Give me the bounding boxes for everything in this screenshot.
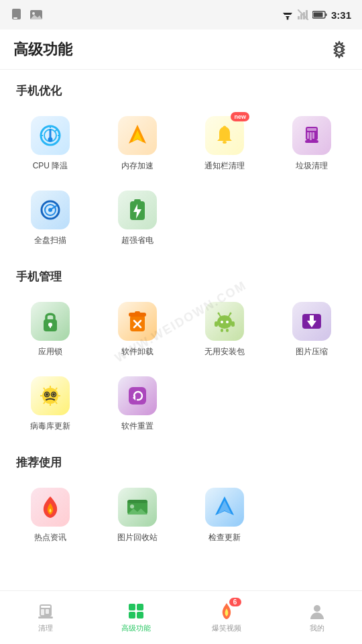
notif-clean-item[interactable]: new 通知栏清理 (181, 107, 268, 181)
nav-clean-label: 清理 (38, 623, 53, 633)
apk-clean-item[interactable]: 无用安装包 (181, 292, 268, 367)
svg-rect-92 (137, 604, 143, 610)
svg-rect-78 (129, 387, 146, 405)
cpu-cool-item[interactable]: CPU 降温 (7, 107, 94, 181)
svg-rect-32 (307, 132, 309, 139)
svg-rect-61 (221, 329, 223, 332)
svg-rect-10 (300, 14, 302, 19)
hot-news-label: 热点资讯 (34, 532, 66, 543)
app-lock-icon-wrap (31, 302, 70, 341)
svg-point-21 (48, 138, 53, 142)
nav-clean[interactable]: 清理 (0, 596, 90, 639)
svg-rect-89 (46, 609, 49, 614)
trash-clean-label: 垃圾清理 (296, 160, 328, 172)
svg-rect-35 (305, 140, 318, 143)
soft-reset-label: 软件重置 (121, 421, 154, 432)
svg-rect-33 (310, 132, 312, 140)
photo-recycle-item[interactable]: 图片回收站 (94, 478, 181, 553)
photo-recycle-icon-wrap (118, 488, 157, 527)
full-scan-icon (39, 199, 62, 221)
nav-advanced-icon (127, 602, 145, 621)
svg-rect-81 (127, 500, 147, 503)
soft-reset-icon-wrap (118, 376, 157, 415)
svg-point-54 (226, 321, 229, 323)
trash-clean-icon-wrap (292, 116, 331, 155)
status-left-icons (11, 8, 43, 21)
svg-point-95 (314, 605, 320, 612)
svg-point-3 (32, 12, 35, 15)
svg-rect-90 (38, 616, 53, 619)
svg-rect-87 (41, 606, 50, 608)
svg-line-71 (56, 388, 57, 390)
svg-rect-59 (215, 321, 218, 327)
check-update-item[interactable]: 检查更新 (181, 478, 268, 553)
svg-rect-1 (13, 17, 17, 19)
svg-line-75 (44, 402, 45, 404)
nav-advanced[interactable]: 高级功能 (90, 596, 181, 639)
svg-rect-60 (231, 321, 235, 327)
bottom-nav: 清理 高级功能 6 爆笑视频 (0, 590, 362, 644)
apk-clean-icon (213, 310, 236, 333)
apk-clean-icon-wrap (205, 302, 244, 341)
full-scan-icon-wrap (31, 191, 70, 229)
svg-line-73 (56, 402, 57, 404)
app-uninstall-label: 软件卸载 (121, 346, 154, 358)
soft-reset-item[interactable]: 软件重置 (94, 367, 181, 441)
img-compress-item[interactable]: 图片压缩 (268, 292, 355, 367)
svg-rect-28 (223, 141, 227, 144)
svg-point-29 (223, 126, 227, 129)
app-lock-label: 应用锁 (38, 346, 62, 358)
svg-point-58 (230, 313, 232, 315)
trash-clean-item[interactable]: 垃圾清理 (268, 107, 355, 181)
svg-rect-91 (129, 604, 135, 610)
svg-rect-52 (219, 319, 231, 327)
battery-save-label: 超强省电 (121, 235, 154, 246)
file-icon (11, 8, 24, 21)
app-uninstall-item[interactable]: 软件卸载 (94, 292, 181, 367)
svg-rect-45 (50, 325, 51, 328)
svg-rect-9 (298, 16, 300, 19)
memory-speed-label: 内存加速 (121, 160, 154, 172)
phone-optimization-grid: CPU 降温 内存加速 new 通知栏清理 (0, 107, 362, 256)
svg-rect-16 (313, 13, 322, 17)
svg-point-53 (221, 321, 223, 323)
notif-clean-label: 通知栏清理 (204, 160, 245, 172)
section-phone-optimization-title: 手机优化 (0, 70, 362, 107)
check-update-icon-wrap (205, 488, 244, 527)
memory-speed-item[interactable]: 内存加速 (94, 107, 181, 181)
virus-update-icon (39, 384, 62, 407)
svg-rect-94 (137, 612, 143, 619)
photo-recycle-label: 图片回收站 (117, 532, 158, 543)
svg-line-23 (55, 130, 57, 132)
cpu-cool-icon (38, 123, 62, 148)
nav-funny-video-icon-wrap: 6 (217, 602, 236, 621)
hot-news-icon-wrap (31, 488, 70, 527)
battery-save-icon (129, 199, 146, 221)
app-lock-icon (40, 310, 61, 333)
battery-save-icon-wrap (118, 191, 157, 229)
section-phone-management-title: 手机管理 (0, 256, 362, 292)
svg-rect-15 (325, 13, 326, 16)
settings-icon[interactable] (330, 40, 349, 59)
img-compress-icon-wrap (292, 302, 331, 341)
nav-person-icon (308, 602, 326, 621)
nav-mine[interactable]: 我的 (272, 596, 362, 639)
time-display: 3:31 (331, 9, 351, 21)
virus-update-item[interactable]: 病毒库更新 (7, 367, 94, 441)
app-lock-item[interactable]: 应用锁 (7, 292, 94, 367)
hot-news-icon (40, 495, 60, 519)
nav-clean-icon (36, 602, 55, 621)
battery-save-item[interactable]: 超强省电 (94, 181, 181, 256)
virus-update-label: 病毒库更新 (30, 421, 70, 432)
apk-clean-label: 无用安装包 (204, 346, 245, 358)
svg-rect-93 (129, 612, 135, 619)
nav-funny-video[interactable]: 6 爆笑视频 (181, 596, 272, 639)
section-recommended-title: 推荐使用 (0, 441, 362, 478)
full-scan-item[interactable]: 全盘扫描 (7, 181, 94, 256)
nav-advanced-label: 高级功能 (121, 623, 151, 633)
nav-fire-badge: 6 (229, 598, 241, 606)
svg-line-77 (44, 388, 45, 390)
app-uninstall-icon-wrap (118, 302, 157, 341)
hot-news-item[interactable]: 热点资讯 (7, 478, 94, 553)
check-update-icon (214, 495, 235, 519)
